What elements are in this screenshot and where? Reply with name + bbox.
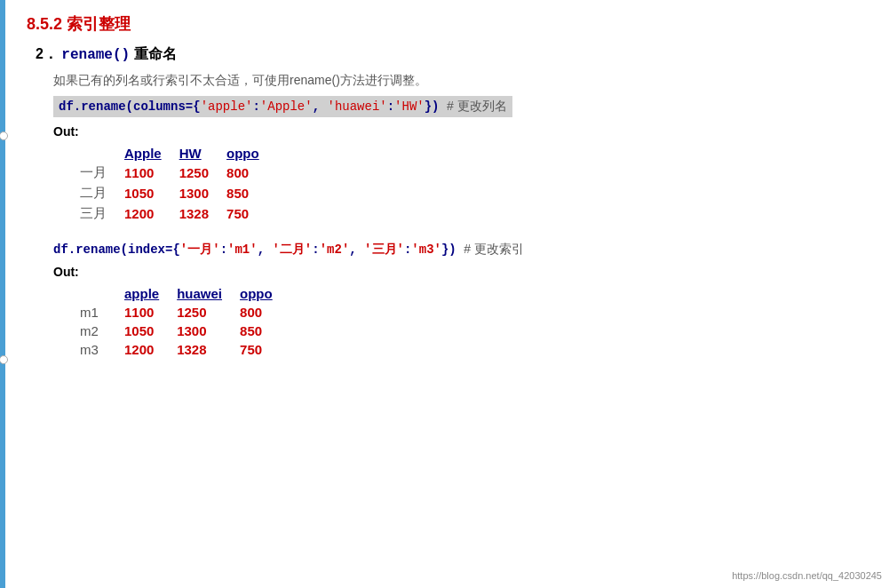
table-1-header-row: Apple HW oppo <box>80 144 277 163</box>
table-row: m1 1100 1250 800 <box>80 303 290 322</box>
code-colon2: : <box>387 99 394 114</box>
col-header-apple: Apple <box>124 144 179 163</box>
code2-suffix: }) <box>441 242 456 257</box>
code2-key3: '三月' <box>364 242 404 257</box>
cell-m1-1: 1100 <box>124 303 177 322</box>
code2-val1: 'm1' <box>227 242 258 257</box>
cell-m1-3: 800 <box>240 303 290 322</box>
code-val1: 'Apple' <box>260 99 313 114</box>
cell-2-2: 1300 <box>179 183 226 203</box>
col-header-apple-2: apple <box>124 284 177 303</box>
cell-m2-2: 1300 <box>177 322 240 340</box>
circle-indicator-2 <box>0 355 8 364</box>
row-label-m2: m2 <box>80 322 124 340</box>
subsection-label: 重命名 <box>134 46 177 61</box>
code-key2: 'huawei' <box>327 99 386 114</box>
cell-m3-3: 750 <box>240 340 290 359</box>
cell-m2-3: 850 <box>240 322 290 340</box>
code2-prefix: df.rename(index={ <box>53 242 180 257</box>
out-label-1: Out: <box>53 124 871 139</box>
subsection-number: 2． <box>36 46 58 61</box>
cell-m3-1: 1200 <box>124 340 177 359</box>
row-label-m3: m3 <box>80 340 124 359</box>
row-label-2: 二月 <box>80 183 124 203</box>
col-header-oppo-2: oppo <box>240 284 290 303</box>
cell-3-1: 1200 <box>124 203 179 224</box>
code-block-1: df.rename(columns={'apple':'Apple', 'hua… <box>53 96 512 117</box>
page-container: 8.5.2 索引整理 2． rename() 重命名 如果已有的列名或行索引不太… <box>0 0 889 588</box>
col-header-hw: HW <box>179 144 226 163</box>
cell-m2-1: 1050 <box>124 322 177 340</box>
table-row: m2 1050 1300 850 <box>80 322 290 340</box>
code2-key2: '二月' <box>272 242 312 257</box>
code-val2: 'HW' <box>394 99 425 114</box>
cell-2-3: 850 <box>226 183 277 203</box>
code-colon1: : <box>252 99 259 114</box>
data-table-2: apple huawei oppo m1 1100 1250 800 m2 10… <box>80 284 290 359</box>
col-header-empty-2 <box>80 284 124 303</box>
section-title: 8.5.2 索引整理 <box>27 13 871 35</box>
table-row: 三月 1200 1328 750 <box>80 203 277 224</box>
row-label-m1: m1 <box>80 303 124 322</box>
code-comma1: , <box>313 99 328 114</box>
cell-m3-2: 1328 <box>177 340 240 359</box>
code2-val2: 'm2' <box>320 242 350 257</box>
cell-m1-2: 1250 <box>177 303 240 322</box>
col-header-empty-1 <box>80 144 124 163</box>
code2-colon1: : <box>220 242 227 257</box>
code2-comma2: , <box>349 242 364 257</box>
code-block-2: df.rename(index={'一月':'m1', '二月':'m2', '… <box>53 242 871 258</box>
code2-key1: '一月' <box>180 242 220 257</box>
table-row: 一月 1100 1250 800 <box>80 163 277 183</box>
data-table-1: Apple HW oppo 一月 1100 1250 800 二月 1050 1… <box>80 144 277 224</box>
code-suffix1: }) <box>425 99 440 114</box>
cell-1-1: 1100 <box>124 163 179 183</box>
col-header-huawei: huawei <box>177 284 240 303</box>
cell-2-1: 1050 <box>124 183 179 203</box>
code-key1: 'apple' <box>201 99 253 114</box>
row-label-3: 三月 <box>80 203 124 224</box>
code2-comma1: , <box>258 242 273 257</box>
watermark: https://blog.csdn.net/qq_42030245 <box>732 570 882 581</box>
circle-indicator-1 <box>0 131 8 140</box>
table-2-header-row: apple huawei oppo <box>80 284 290 303</box>
row-label-1: 一月 <box>80 163 124 183</box>
cell-1-2: 1250 <box>179 163 226 183</box>
code-prefix-1: df.rename(columns={ <box>59 99 201 114</box>
cell-3-2: 1328 <box>179 203 226 224</box>
code2-val3: 'm3' <box>411 242 441 257</box>
subsection-title: 2． rename() 重命名 <box>36 45 871 64</box>
description-text: 如果已有的列名或行索引不太合适，可使用rename()方法进行调整。 <box>53 73 871 89</box>
out-label-2: Out: <box>53 265 871 279</box>
left-accent-bar <box>0 0 5 588</box>
subsection-method: rename() <box>61 47 130 63</box>
cell-1-3: 800 <box>226 163 277 183</box>
code-comment1: # 更改列名 <box>447 99 507 113</box>
table-row: m3 1200 1328 750 <box>80 340 290 359</box>
table-row: 二月 1050 1300 850 <box>80 183 277 203</box>
col-header-oppo-1: oppo <box>226 144 277 163</box>
code2-colon2: : <box>312 242 319 257</box>
cell-3-3: 750 <box>226 203 277 224</box>
code2-comment: # 更改索引 <box>464 242 524 256</box>
